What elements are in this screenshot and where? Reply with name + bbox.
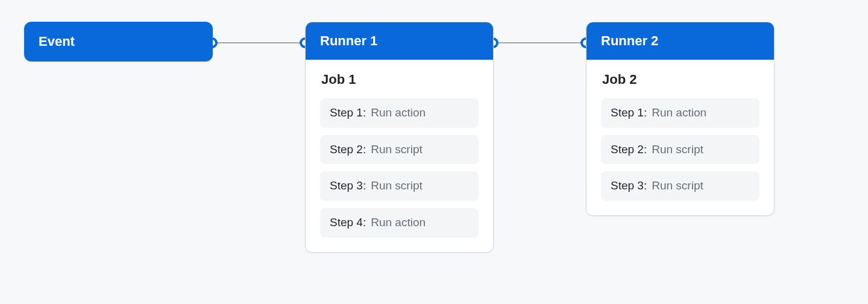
runner-1-header-label: Runner 1 [320,33,377,48]
job-1-title: Job 1 [320,72,479,87]
step-label: Step 2: [611,142,647,157]
step-row: Step 2: Run script [601,135,760,165]
job-2-title: Job 2 [601,72,760,87]
step-row: Step 1: Run action [320,98,479,128]
step-action: Run script [371,179,423,194]
runner-1-body: Job 1 Step 1: Run action Step 2: Run scr… [306,60,493,252]
runner-2-header-label: Runner 2 [601,33,658,48]
step-label: Step 3: [611,179,647,194]
step-label: Step 1: [611,106,647,121]
step-action: Run script [652,142,703,157]
runner-2-header: Runner 2 [587,22,774,60]
step-row: Step 3: Run script [320,171,479,201]
event-label: Event [39,34,75,49]
workflow-diagram: Event Runner 1 Job 1 Step 1: Run action … [0,0,868,304]
step-action: Run action [371,106,426,121]
runner-card-1: Runner 1 Job 1 Step 1: Run action Step 2… [305,22,494,253]
step-action: Run script [371,142,423,157]
step-row: Step 4: Run action [320,208,479,238]
step-action: Run action [371,215,426,230]
step-label: Step 4: [330,215,366,230]
step-label: Step 2: [330,142,366,157]
step-row: Step 2: Run script [320,135,479,165]
runner-card-2: Runner 2 Job 2 Step 1: Run action Step 2… [586,22,775,216]
connector-runner1-to-runner2 [492,42,586,43]
step-row: Step 3: Run script [601,171,760,201]
step-action: Run action [652,106,706,121]
runner-1-header: Runner 1 [306,22,493,60]
step-label: Step 1: [330,106,366,121]
event-card: Event [24,22,213,62]
connector-event-to-runner1 [211,42,304,43]
runner-2-body: Job 2 Step 1: Run action Step 2: Run scr… [587,60,774,215]
step-row: Step 1: Run action [601,98,760,128]
step-label: Step 3: [330,179,366,194]
step-action: Run script [652,179,703,194]
